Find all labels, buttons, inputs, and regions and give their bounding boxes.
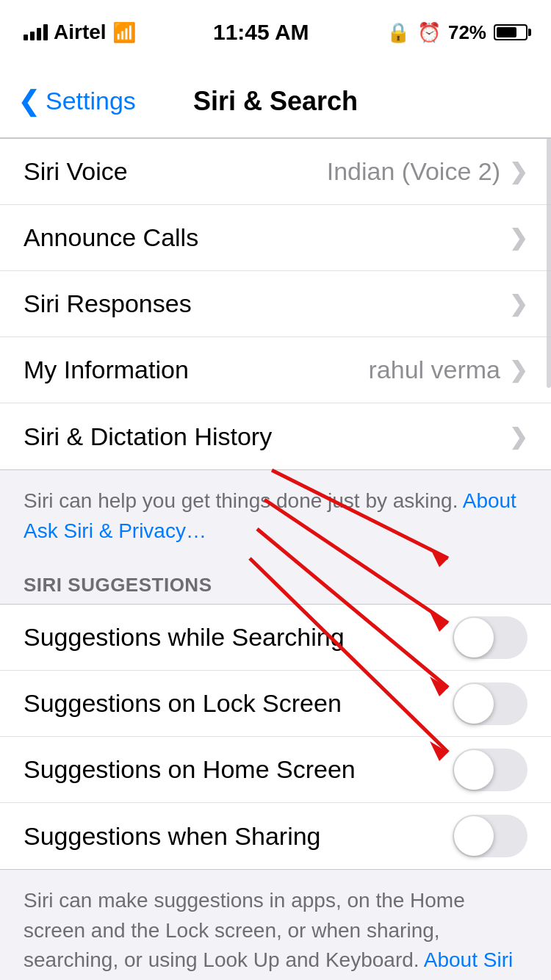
status-bar: Airtel 📶 11:45 AM 🔒 ⏰ 72%	[0, 0, 551, 65]
status-time: 11:45 AM	[213, 20, 309, 45]
page-title: Siri & Search	[193, 86, 358, 117]
siri-privacy-info: Siri can help you get things done just b…	[0, 470, 551, 562]
siri-suggestions-rows-group: Suggestions while Searching Suggestions …	[0, 604, 551, 870]
toggle-knob	[454, 816, 494, 856]
chevron-right-icon: ❯	[509, 225, 527, 251]
siri-dictation-history-row[interactable]: Siri & Dictation History ❯	[0, 403, 551, 469]
suggestions-on-home-screen-row[interactable]: Suggestions on Home Screen	[0, 737, 551, 803]
siri-responses-row[interactable]: Siri Responses ❯	[0, 271, 551, 337]
section-header-label: SIRI SUGGESTIONS	[24, 574, 212, 596]
settings-rows-group-1: Siri Voice Indian (Voice 2) ❯ Announce C…	[0, 138, 551, 470]
suggestions-when-sharing-label: Suggestions when Sharing	[24, 822, 453, 851]
status-right: 🔒 ⏰ 72%	[386, 21, 527, 44]
my-information-label: My Information	[24, 356, 368, 384]
siri-suggestions-section-header: SIRI SUGGESTIONS	[0, 562, 551, 604]
suggestions-on-lock-screen-label: Suggestions on Lock Screen	[24, 689, 453, 718]
suggestions-on-home-screen-label: Suggestions on Home Screen	[24, 755, 453, 784]
siri-suggestions-info: Siri can make suggestions in apps, on th…	[0, 870, 551, 980]
nav-bar: ❮ Settings Siri & Search	[0, 65, 551, 138]
suggestions-while-searching-label: Suggestions while Searching	[24, 623, 453, 652]
siri-info-text: Siri can help you get things done just b…	[24, 489, 463, 512]
announce-calls-label: Announce Calls	[24, 223, 509, 252]
siri-suggestions-text: Siri can make suggestions in apps, on th…	[24, 889, 465, 971]
suggestions-while-searching-row[interactable]: Suggestions while Searching	[0, 605, 551, 671]
back-label: Settings	[46, 87, 136, 115]
suggestions-on-lock-screen-row[interactable]: Suggestions on Lock Screen	[0, 671, 551, 737]
chevron-right-icon: ❯	[509, 357, 527, 383]
chevron-right-icon: ❯	[509, 424, 527, 450]
toggle-knob	[454, 684, 494, 724]
status-left: Airtel 📶	[24, 21, 136, 44]
siri-responses-label: Siri Responses	[24, 289, 509, 318]
signal-bars-icon	[24, 24, 48, 40]
battery-label: 72%	[448, 21, 486, 44]
wifi-icon: 📶	[112, 21, 136, 44]
back-chevron-icon: ❮	[18, 87, 41, 115]
suggestions-on-lock-screen-toggle[interactable]	[453, 682, 527, 725]
toggle-knob	[454, 618, 494, 657]
siri-voice-row[interactable]: Siri Voice Indian (Voice 2) ❯	[0, 139, 551, 205]
suggestions-while-searching-toggle[interactable]	[453, 616, 527, 659]
siri-voice-label: Siri Voice	[24, 157, 327, 186]
announce-calls-row[interactable]: Announce Calls ❯	[0, 205, 551, 271]
siri-dictation-label: Siri & Dictation History	[24, 422, 509, 451]
my-information-row[interactable]: My Information rahul verma ❯	[0, 337, 551, 403]
toggle-knob	[454, 750, 494, 790]
chevron-right-icon: ❯	[509, 291, 527, 317]
siri-voice-value: Indian (Voice 2)	[327, 157, 500, 186]
suggestions-when-sharing-toggle[interactable]	[453, 815, 527, 857]
alarm-icon: ⏰	[417, 21, 441, 44]
suggestions-when-sharing-row[interactable]: Suggestions when Sharing	[0, 803, 551, 869]
suggestions-on-home-screen-toggle[interactable]	[453, 749, 527, 791]
lock-icon: 🔒	[386, 21, 410, 44]
scrollbar[interactable]	[547, 138, 551, 388]
back-button[interactable]: ❮ Settings	[18, 87, 136, 115]
carrier-label: Airtel	[54, 21, 107, 44]
my-information-value: rahul verma	[368, 356, 500, 384]
chevron-right-icon: ❯	[509, 159, 527, 184]
battery-icon	[494, 24, 527, 40]
